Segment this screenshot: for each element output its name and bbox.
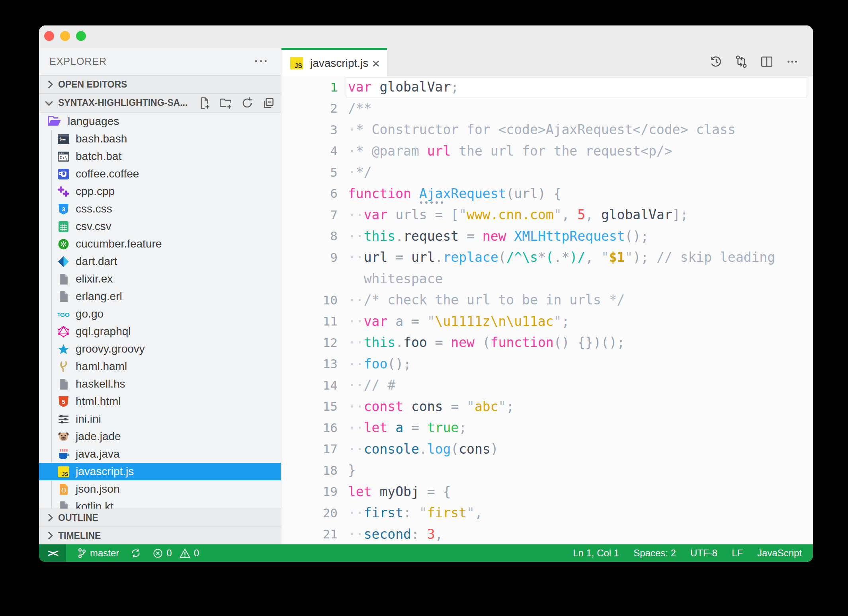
split-editor-button[interactable] xyxy=(759,54,775,70)
code-line-content: ··const cons = "abc"; xyxy=(348,399,514,414)
more-actions-icon xyxy=(785,54,800,69)
tree-item-cucumber-feature[interactable]: cucumber.feature xyxy=(39,235,281,253)
tree-item-batch-bat[interactable]: C:\batch.bat xyxy=(39,148,281,165)
svg-text:{}: {} xyxy=(61,487,66,493)
tree-item-cpp-cpp[interactable]: cpp.cpp xyxy=(39,183,281,200)
code-line-4[interactable]: 4·* @param url the url for the request<p… xyxy=(281,140,813,162)
code-line-6[interactable]: 6function AjaxRequest(url) { xyxy=(281,183,813,205)
code-line-16[interactable]: 16··let a = true; xyxy=(281,417,813,439)
tree-item-jade-jade[interactable]: jade.jade xyxy=(39,428,281,445)
tree-item-elixir-ex[interactable]: elixir.ex xyxy=(39,270,281,288)
code-line-19[interactable]: 19let myObj = { xyxy=(281,481,813,503)
status-bar: >< master 0 0 Ln 1, Col 1Spaces: 2UTF-8L… xyxy=(39,544,813,562)
tab-javascript-js[interactable]: JS javascript.js × xyxy=(281,48,387,76)
outline-section[interactable]: OUTLINE xyxy=(39,509,281,526)
tree-item-gql-graphql[interactable]: gql.graphql xyxy=(39,323,281,340)
line-number: 6 xyxy=(281,186,348,201)
code-line-9[interactable]: 9··url = url.replace(/^\s*(.*)/, "$1"); … xyxy=(281,247,813,268)
go-file-icon: GO xyxy=(57,308,70,320)
code-line-7[interactable]: 7··var urls = ["www.cnn.com", 5, globalV… xyxy=(281,204,813,226)
explorer-more-actions-button[interactable]: ··· xyxy=(254,55,269,68)
sync-changes-button[interactable] xyxy=(130,548,141,559)
timeline-section[interactable]: TIMELINE xyxy=(39,526,281,544)
git-branch-status[interactable]: master xyxy=(77,548,119,559)
file-file-icon xyxy=(57,273,70,285)
tree-folder-languages[interactable]: languages xyxy=(39,113,281,130)
tree-item-html-html[interactable]: 5html.html xyxy=(39,393,281,410)
new-file-button[interactable] xyxy=(197,96,211,110)
tree-item-go-go[interactable]: GOgo.go xyxy=(39,305,281,323)
code-editor[interactable]: 1var globalVar;2/**3·* Constructor for <… xyxy=(281,76,813,544)
code-line-12[interactable]: 12··this.foo = new (function() {})(); xyxy=(281,332,813,353)
tree-item-dart-dart[interactable]: dart.dart xyxy=(39,253,281,270)
tree-item-bash-bash[interactable]: $bash.bash xyxy=(39,130,281,148)
code-line-11[interactable]: 11··var a = "\u1111z\n\u11ac"; xyxy=(281,311,813,332)
problems-status[interactable]: 0 0 xyxy=(152,548,199,559)
new-folder-button[interactable] xyxy=(218,96,233,110)
tree-item-haskell-hs[interactable]: haskell.hs xyxy=(39,375,281,393)
status-javascript[interactable]: JavaScript xyxy=(757,548,802,559)
close-window-button[interactable] xyxy=(44,31,54,41)
tree-item-csv-csv[interactable]: csv.csv xyxy=(39,218,281,235)
status-spaces-2[interactable]: Spaces: 2 xyxy=(633,548,676,559)
line-number: 8 xyxy=(281,229,348,243)
status-lf[interactable]: LF xyxy=(732,548,743,559)
code-line-14[interactable]: 14··// # xyxy=(281,374,813,396)
tree-item-ini-ini[interactable]: ini.ini xyxy=(39,410,281,428)
tree-item-haml-haml[interactable]: haml.haml xyxy=(39,358,281,375)
explorer-sidebar: EXPLORER ··· OPEN EDITORS SYNTAX-HIGHLIG… xyxy=(39,48,281,544)
line-number: 3 xyxy=(281,123,348,137)
collapse-folders-button[interactable] xyxy=(261,96,276,110)
file-name: gql.graphql xyxy=(76,325,131,338)
chevron-right-icon xyxy=(45,532,53,540)
tree-item-json-json[interactable]: {}json.json xyxy=(39,480,281,498)
tree-item-coffee-coffee[interactable]: coffee.coffee xyxy=(39,165,281,183)
timeline-label: TIMELINE xyxy=(58,530,101,541)
code-line-content: ··first: "first", xyxy=(348,505,483,520)
refresh-explorer-button[interactable] xyxy=(240,96,254,110)
code-line-2[interactable]: 2/** xyxy=(281,98,813,119)
timeline-history-button[interactable] xyxy=(708,54,724,70)
tree-item-css-css[interactable]: 3css.css xyxy=(39,200,281,218)
workspace-section[interactable]: SYNTAX-HIGHLIGHTING-SA... xyxy=(39,93,281,113)
code-line-13[interactable]: 13··foo(); xyxy=(281,353,813,375)
file-file-icon xyxy=(57,290,70,303)
code-line-8[interactable]: 8··this.request = new XMLHttpRequest(); xyxy=(281,226,813,247)
status-ln-1-col-1[interactable]: Ln 1, Col 1 xyxy=(573,548,619,559)
title-bar xyxy=(39,25,813,48)
remote-indicator[interactable]: >< xyxy=(39,544,66,562)
open-editors-section[interactable]: OPEN EDITORS xyxy=(39,75,281,93)
tree-item-java-java[interactable]: java.java xyxy=(39,445,281,463)
code-line-content: ··this.foo = new (function() {})(); xyxy=(348,335,625,350)
open-changes-button[interactable] xyxy=(733,54,749,70)
line-number: 16 xyxy=(281,421,348,435)
tree-item-erlang-erl[interactable]: erlang.erl xyxy=(39,288,281,305)
zoom-window-button[interactable] xyxy=(76,31,86,41)
tree-item-javascript-js[interactable]: JSjavascript.js xyxy=(39,463,281,480)
chevron-right-icon xyxy=(45,80,53,88)
file-name: kotlin.kt xyxy=(76,500,113,508)
line-number: 12 xyxy=(281,335,348,350)
code-line-15[interactable]: 15··const cons = "abc"; xyxy=(281,396,813,417)
code-line-18[interactable]: 18} xyxy=(281,460,813,481)
code-line-3[interactable]: 3·* Constructor for <code>AjaxRequest</c… xyxy=(281,119,813,140)
file-name: jade.jade xyxy=(76,430,121,443)
code-line-wrap[interactable]: whitespace xyxy=(281,268,813,290)
tree-item-kotlin-kt[interactable]: kotlin.kt xyxy=(39,498,281,508)
code-line-20[interactable]: 20··first: "first", xyxy=(281,502,813,524)
file-name: dart.dart xyxy=(76,255,117,268)
status-utf-8[interactable]: UTF-8 xyxy=(690,548,717,559)
code-line-content: ··second: 3, xyxy=(348,526,443,542)
groovy-file-icon xyxy=(57,343,70,355)
code-line-17[interactable]: 17··console.log(cons) xyxy=(281,439,813,460)
code-line-10[interactable]: 10··/* check the url to be in urls */ xyxy=(281,289,813,311)
minimize-window-button[interactable] xyxy=(60,31,70,41)
tree-item-groovy-groovy[interactable]: groovy.groovy xyxy=(39,340,281,358)
code-line-1[interactable]: 1var globalVar; xyxy=(281,76,813,98)
line-number: 2 xyxy=(281,101,348,115)
close-tab-icon[interactable]: × xyxy=(372,57,380,70)
code-line-21[interactable]: 21··second: 3, xyxy=(281,524,813,545)
code-line-5[interactable]: 5·*/ xyxy=(281,162,813,183)
more-actions-button[interactable] xyxy=(784,54,800,70)
open-editors-label: OPEN EDITORS xyxy=(58,79,127,90)
